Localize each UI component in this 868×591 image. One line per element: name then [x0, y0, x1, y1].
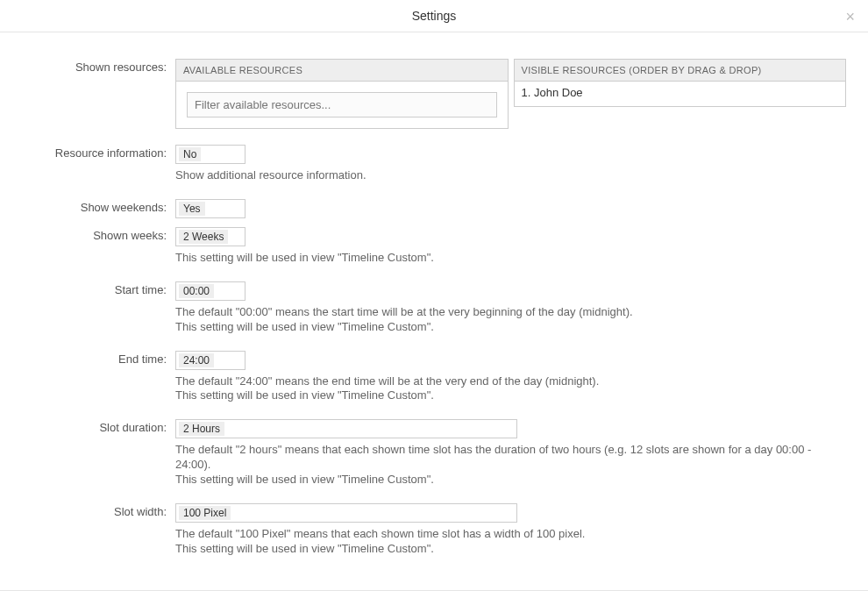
- available-resources-panel: AVAILABLE RESOURCES: [175, 59, 509, 129]
- slot-duration-select[interactable]: 2 Hours: [175, 419, 517, 438]
- end-time-value: 24:00: [179, 353, 214, 367]
- label-end-time: End time:: [22, 351, 175, 404]
- end-time-select[interactable]: 24:00: [175, 351, 245, 370]
- shown-weeks-value: 2 Weeks: [179, 230, 228, 244]
- slot-duration-help1: The default "2 hours" means that each sh…: [175, 443, 846, 473]
- close-button[interactable]: ×: [845, 9, 855, 25]
- end-time-help2: This setting will be used in view "Timel…: [175, 388, 846, 403]
- row-slot-width: Slot width: 100 Pixel The default "100 P…: [22, 503, 846, 557]
- slot-width-value: 100 Pixel: [179, 506, 231, 520]
- modal-header: Settings ×: [0, 0, 868, 32]
- slot-width-help2: This setting will be used in view "Timel…: [175, 542, 846, 557]
- resource-information-select[interactable]: No: [175, 145, 245, 164]
- label-slot-duration: Slot duration:: [22, 419, 175, 488]
- visible-resources-panel: VISIBLE RESOURCES (ORDER BY DRAG & DROP)…: [514, 59, 847, 107]
- show-weekends-select[interactable]: Yes: [175, 199, 245, 218]
- start-time-select[interactable]: 00:00: [175, 281, 245, 301]
- row-slot-duration: Slot duration: 2 Hours The default "2 ho…: [22, 419, 846, 488]
- start-time-value: 00:00: [179, 284, 214, 298]
- label-start-time: Start time:: [22, 281, 175, 335]
- slot-width-select[interactable]: 100 Pixel: [175, 503, 517, 523]
- modal-body: Shown resources: AVAILABLE RESOURCES VIS…: [0, 32, 868, 590]
- start-time-help1: The default "00:00" means the start time…: [175, 305, 846, 320]
- label-shown-weeks: Shown weeks:: [22, 227, 175, 266]
- visible-resource-item[interactable]: 1. John Doe: [515, 82, 846, 103]
- slot-duration-value: 2 Hours: [179, 422, 224, 436]
- slot-duration-help2: This setting will be used in view "Timel…: [175, 473, 846, 488]
- label-show-weekends: Show weekends:: [22, 199, 175, 218]
- label-shown-resources: Shown resources:: [22, 59, 175, 129]
- resource-information-value: No: [179, 147, 201, 161]
- row-shown-resources: Shown resources: AVAILABLE RESOURCES VIS…: [22, 59, 846, 129]
- resource-information-help: Show additional resource information.: [175, 168, 846, 183]
- start-time-help2: This setting will be used in view "Timel…: [175, 320, 846, 335]
- slot-width-help1: The default "100 Pixel" means that each …: [175, 527, 846, 542]
- row-start-time: Start time: 00:00 The default "00:00" me…: [22, 281, 846, 335]
- shown-weeks-select[interactable]: 2 Weeks: [175, 227, 245, 246]
- filter-resources-input[interactable]: [187, 92, 497, 117]
- available-resources-header: AVAILABLE RESOURCES: [176, 60, 508, 82]
- show-weekends-value: Yes: [179, 202, 205, 216]
- shown-weeks-help: This setting will be used in view "Timel…: [175, 251, 846, 266]
- visible-resources-header: VISIBLE RESOURCES (ORDER BY DRAG & DROP): [515, 60, 846, 82]
- row-shown-weeks: Shown weeks: 2 Weeks This setting will b…: [22, 227, 846, 266]
- label-slot-width: Slot width:: [22, 503, 175, 557]
- label-resource-information: Resource information:: [22, 145, 175, 183]
- row-resource-information: Resource information: No Show additional…: [22, 145, 846, 183]
- row-end-time: End time: 24:00 The default "24:00" mean…: [22, 351, 846, 404]
- end-time-help1: The default "24:00" means the end time w…: [175, 374, 846, 389]
- modal-title: Settings: [412, 9, 457, 23]
- row-show-weekends: Show weekends: Yes: [22, 199, 846, 218]
